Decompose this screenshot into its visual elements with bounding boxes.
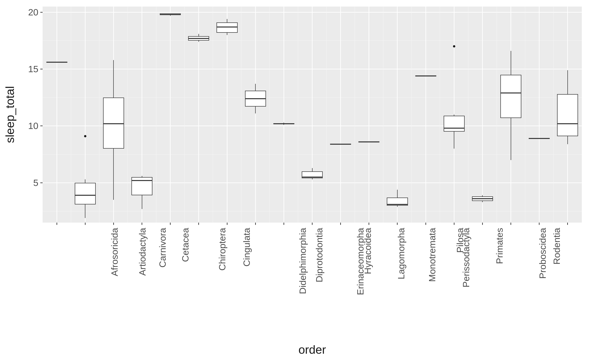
- x-tick-mark: [227, 223, 228, 225]
- x-tick-label: Chiroptera: [218, 228, 227, 271]
- whisker-lower: [482, 201, 483, 202]
- box: [75, 183, 96, 204]
- box: [216, 22, 237, 33]
- whisker-lower: [312, 178, 313, 179]
- whisker-lower: [511, 118, 511, 160]
- whisker-lower: [85, 204, 85, 218]
- box: [500, 75, 521, 118]
- y-axis-title: sleep_total: [4, 86, 16, 143]
- median-line: [529, 138, 550, 139]
- x-tick-mark: [482, 223, 483, 225]
- outlier-point: [453, 45, 455, 47]
- x-tick-mark: [113, 223, 114, 225]
- x-gridline-minor: [71, 6, 71, 223]
- x-tick-label: Artiodactyla: [138, 228, 147, 276]
- whisker-lower: [567, 136, 568, 144]
- whisker-upper: [312, 168, 313, 171]
- y-tick-mark: [40, 69, 43, 69]
- x-gridline-minor: [553, 6, 554, 223]
- x-gridline-major: [340, 6, 341, 223]
- median-line: [472, 198, 493, 199]
- x-tick-mark: [142, 223, 142, 225]
- whisker-lower: [397, 206, 398, 207]
- x-tick-label: Cingulata: [242, 228, 251, 266]
- x-tick-label: Hyracoidea: [363, 228, 372, 274]
- whisker-upper: [198, 34, 199, 36]
- x-gridline-major: [255, 6, 256, 223]
- x-gridline-major: [170, 6, 171, 223]
- x-tick-mark: [312, 223, 313, 225]
- x-gridline-major: [227, 6, 228, 223]
- median-line: [557, 123, 578, 124]
- x-tick-mark: [425, 223, 426, 225]
- y-tick-label: 10: [28, 121, 38, 130]
- median-line: [273, 123, 294, 124]
- whisker-lower: [198, 41, 199, 42]
- box: [444, 116, 465, 132]
- x-gridline-minor: [496, 6, 497, 223]
- x-tick-mark: [57, 223, 57, 225]
- x-tick-label: Rodentia: [552, 228, 561, 265]
- x-tick-label: Proboscidea: [538, 228, 547, 279]
- median-line: [46, 62, 67, 63]
- x-tick-label: Diprotodontia: [315, 228, 324, 282]
- whisker-upper: [482, 195, 483, 196]
- x-gridline-minor: [269, 6, 270, 223]
- x-tick-mark: [340, 223, 341, 225]
- whisker-lower: [113, 149, 114, 200]
- whisker-upper: [85, 179, 85, 183]
- x-gridline-minor: [355, 6, 355, 223]
- x-tick-mark: [454, 223, 455, 225]
- sleep-boxplot-chart: sleep_total order 5101520AfrosoricidaArt…: [0, 0, 590, 364]
- y-tick-label: 20: [28, 8, 38, 17]
- y-tick-mark: [40, 12, 43, 13]
- box: [557, 94, 578, 136]
- whisker-upper: [142, 176, 142, 177]
- y-tick-label: 5: [33, 178, 38, 187]
- x-tick-label: Lagomorpha: [397, 228, 406, 279]
- median-line: [245, 98, 266, 99]
- x-tick-mark: [283, 223, 284, 225]
- x-tick-mark: [369, 223, 369, 225]
- x-gridline-minor: [241, 6, 241, 223]
- x-tick-label: Carnivora: [158, 228, 167, 268]
- x-gridline-minor: [184, 6, 185, 223]
- x-gridline-major: [425, 6, 426, 223]
- whisker-upper: [113, 60, 114, 98]
- x-gridline-minor: [213, 6, 213, 223]
- x-gridline-minor: [440, 6, 440, 223]
- median-line: [160, 14, 181, 15]
- x-gridline-minor: [411, 6, 412, 223]
- x-tick-mark: [397, 223, 398, 225]
- x-gridline-major: [369, 6, 369, 223]
- x-tick-label: Cetacea: [181, 228, 190, 262]
- whisker-upper: [227, 19, 227, 22]
- x-gridline-major: [312, 6, 313, 223]
- whisker-lower: [255, 107, 256, 113]
- y-tick-label: 15: [28, 65, 38, 74]
- whisker-lower: [454, 132, 454, 149]
- whisker-upper: [397, 190, 398, 198]
- x-tick-mark: [85, 223, 86, 225]
- x-gridline-minor: [525, 6, 525, 223]
- x-tick-label: Primates: [495, 228, 504, 264]
- outlier-point: [84, 135, 86, 137]
- x-tick-label: Monotremata: [428, 228, 437, 282]
- x-gridline-major: [482, 6, 483, 223]
- median-line: [75, 195, 96, 196]
- x-gridline-minor: [99, 6, 100, 223]
- x-tick-mark: [567, 223, 568, 225]
- median-line: [103, 123, 124, 124]
- x-gridline-major: [283, 6, 284, 223]
- whisker-lower: [227, 33, 227, 35]
- x-tick-mark: [510, 223, 511, 225]
- whisker-lower: [142, 195, 142, 209]
- median-line: [216, 26, 237, 27]
- x-tick-mark: [170, 223, 171, 225]
- x-tick-mark: [539, 223, 540, 225]
- median-line: [387, 204, 408, 205]
- median-line: [415, 75, 436, 76]
- x-gridline-minor: [468, 6, 468, 223]
- median-line: [302, 177, 323, 178]
- median-line: [131, 180, 152, 181]
